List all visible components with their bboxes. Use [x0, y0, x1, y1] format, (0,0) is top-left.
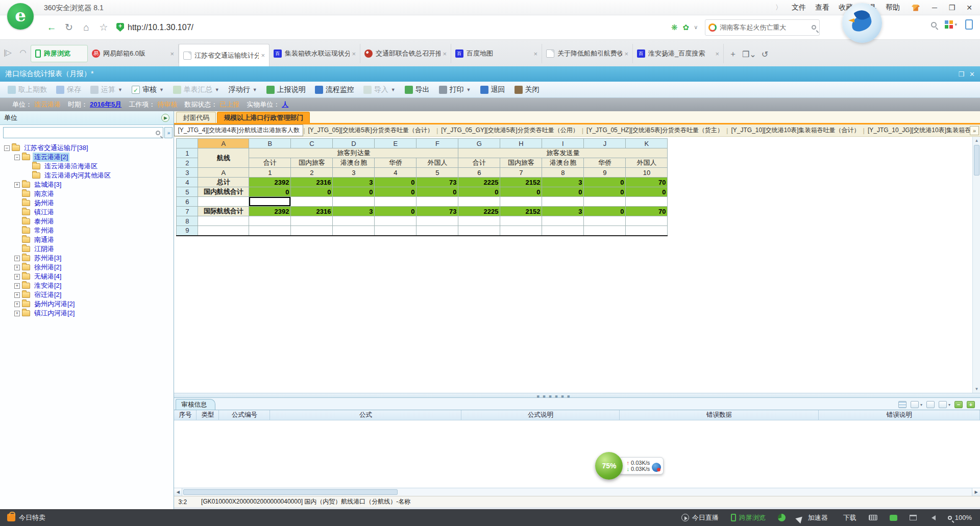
- data-cell[interactable]: 3: [333, 178, 375, 187]
- row-label-cell[interactable]: 总计: [198, 178, 249, 187]
- row-header-4[interactable]: 4: [177, 178, 198, 187]
- data-cell[interactable]: [626, 226, 668, 236]
- data-cell[interactable]: 2152: [500, 207, 542, 216]
- data-cell[interactable]: 0: [584, 187, 626, 197]
- data-cell[interactable]: [584, 226, 626, 236]
- data-cell[interactable]: [500, 197, 542, 207]
- refresh-icon[interactable]: ↻: [60, 21, 78, 33]
- tree-item-宿迁港[2][interactable]: +宿迁港[2]: [0, 290, 174, 299]
- toolbar-button-上报说明[interactable]: 上报说明: [262, 83, 310, 96]
- tree-search-go-icon[interactable]: »: [164, 127, 173, 138]
- bottombar-item-加速器[interactable]: 加速器: [798, 513, 828, 522]
- data-cell[interactable]: [458, 216, 500, 226]
- bottombar-item-跨屏浏览[interactable]: 跨屏浏览: [731, 513, 766, 522]
- data-cell[interactable]: [249, 216, 291, 226]
- browser-tab-1[interactable]: 易网易邮箱6.0版×: [88, 44, 179, 63]
- report-tab-5[interactable]: [Y_JTG_10_JG][交统港10表]集装箱吞吐: [865, 125, 980, 136]
- grid-corner-cell[interactable]: [177, 139, 198, 148]
- data-cell[interactable]: 0: [626, 187, 668, 197]
- data-cell[interactable]: 0: [249, 187, 291, 197]
- report-tab-3[interactable]: [Y_JTG_05_HZ][交统港5表]分货类吞吐量（货主）: [583, 125, 726, 136]
- tree-item-泰州港[interactable]: 泰州港: [0, 217, 174, 226]
- column-header-I[interactable]: I: [542, 139, 584, 148]
- tree-item-连云港港内河其他港区[interactable]: 连云港港内河其他港区: [0, 171, 174, 180]
- column-header-F[interactable]: F: [416, 139, 458, 148]
- search-box[interactable]: 湖南客车起火伤亡重大: [705, 19, 820, 36]
- toolbar-button-导入[interactable]: 导入▼: [359, 83, 400, 96]
- tree-item-无锡港[4][interactable]: +无锡港[4]: [0, 272, 174, 281]
- home-icon[interactable]: ⌂: [78, 22, 95, 33]
- info-value-1[interactable]: 2016年5月: [90, 100, 121, 109]
- filter-caret-icon[interactable]: ▾: [920, 403, 922, 407]
- minimize-button[interactable]: ─: [927, 2, 942, 14]
- report-tab-4[interactable]: [Y_JTG_10][交统港10表]集装箱吞吐量（合计）: [728, 125, 863, 136]
- search-page-caret-icon[interactable]: ▾: [948, 403, 950, 407]
- tree-item-盐城港[3][interactable]: +盐城港[3]: [0, 180, 174, 189]
- data-cell[interactable]: [626, 197, 668, 207]
- data-cell[interactable]: [626, 216, 668, 226]
- report-tab-0[interactable]: [Y_JTG_4][交统港4表]分航线进出港旅客人数: [174, 124, 303, 136]
- tab-close-icon[interactable]: ×: [443, 50, 447, 58]
- tab-close-icon[interactable]: ×: [715, 50, 719, 58]
- tree-item-江苏省交通运输厅[38][interactable]: −江苏省交通运输厅[38]: [0, 143, 174, 153]
- tree-item-南通港[interactable]: 南通港: [0, 235, 174, 244]
- column-header-C[interactable]: C: [291, 139, 333, 148]
- report-tab-2[interactable]: [Y_JTG_05_GY][交统港5表]分货类吞吐量（公用）: [438, 125, 581, 136]
- reopen-closed-tab-icon[interactable]: ↺: [762, 49, 768, 59]
- toolbar-button-运算[interactable]: 运算▼: [86, 83, 127, 96]
- close-button[interactable]: ✕: [962, 2, 977, 14]
- toolbar-button-浮动行[interactable]: 浮动行▼: [224, 83, 262, 96]
- audit-column-公式编号[interactable]: 公式编号: [219, 410, 270, 420]
- menu-chevron-icon[interactable]: 〉: [775, 3, 782, 12]
- extensions-caret-icon[interactable]: ∨: [694, 24, 698, 31]
- filter-icon[interactable]: [911, 401, 919, 408]
- data-cell[interactable]: 70: [626, 207, 668, 216]
- row-label-cell[interactable]: [198, 197, 249, 207]
- row-header-9[interactable]: 9: [177, 226, 198, 236]
- menu-item-4[interactable]: 帮助: [881, 2, 904, 13]
- data-cell[interactable]: 0: [291, 187, 333, 197]
- toolbar-button-取上期数[interactable]: 取上期数: [3, 83, 52, 96]
- data-cell[interactable]: [333, 226, 375, 236]
- data-cell[interactable]: 3: [333, 207, 375, 216]
- row-label-cell[interactable]: 国内航线合计: [198, 187, 249, 197]
- data-cell[interactable]: 0: [542, 187, 584, 197]
- data-cell[interactable]: 0: [458, 187, 500, 197]
- data-cell[interactable]: 0: [584, 207, 626, 216]
- data-cell[interactable]: [500, 226, 542, 236]
- audit-collapse-button[interactable]: −: [954, 401, 963, 408]
- toolbar-button-审核[interactable]: ✓审核▼: [127, 83, 168, 96]
- column-header-D[interactable]: D: [333, 139, 375, 148]
- data-cell[interactable]: 73: [416, 178, 458, 187]
- data-cell[interactable]: [500, 216, 542, 226]
- tree-item-镇江港[interactable]: 镇江港: [0, 208, 174, 217]
- tree-item-淮安港[2][interactable]: +淮安港[2]: [0, 281, 174, 290]
- bottombar-item-下载[interactable]: 下载: [840, 513, 856, 522]
- sheet-tab-0[interactable]: 封面代码: [176, 112, 216, 123]
- speed-ball-mini-icon[interactable]: [652, 463, 661, 472]
- tree-item-徐州港[2][interactable]: +徐州港[2]: [0, 263, 174, 272]
- browser-tab-7[interactable]: 百淮安扬港_百度搜索×: [633, 44, 724, 63]
- search-input[interactable]: 湖南客车起火伤亡重大: [720, 23, 812, 32]
- row-header-1[interactable]: 1: [177, 148, 198, 158]
- tree-item-扬州港[interactable]: 扬州港: [0, 198, 174, 208]
- data-cell[interactable]: 73: [416, 207, 458, 216]
- data-cell[interactable]: 2316: [291, 178, 333, 187]
- bottombar-item-今日直播[interactable]: 今日直播: [681, 513, 719, 522]
- data-cell[interactable]: 2392: [249, 178, 291, 187]
- tree-item-苏州港[3][interactable]: +苏州港[3]: [0, 254, 174, 263]
- find-icon[interactable]: [931, 22, 937, 28]
- scroll-up-icon[interactable]: ▲: [973, 137, 980, 144]
- data-cell[interactable]: 2225: [458, 207, 500, 216]
- column-header-A[interactable]: A: [198, 139, 249, 148]
- tab-close-icon[interactable]: ×: [170, 50, 174, 58]
- column-header-E[interactable]: E: [375, 139, 416, 148]
- row-header-7[interactable]: 7: [177, 207, 198, 216]
- audit-column-类型[interactable]: 类型: [197, 410, 219, 420]
- tree-item-南京港[interactable]: 南京港: [0, 189, 174, 198]
- export-page-icon[interactable]: [926, 401, 935, 408]
- scroll-down-icon[interactable]: ▼: [973, 385, 980, 393]
- bottombar-item-speed[interactable]: [778, 514, 786, 521]
- menu-item-1[interactable]: 查看: [811, 2, 834, 13]
- browser-tab-6[interactable]: 关于降低船舶引航费收费×: [542, 44, 633, 63]
